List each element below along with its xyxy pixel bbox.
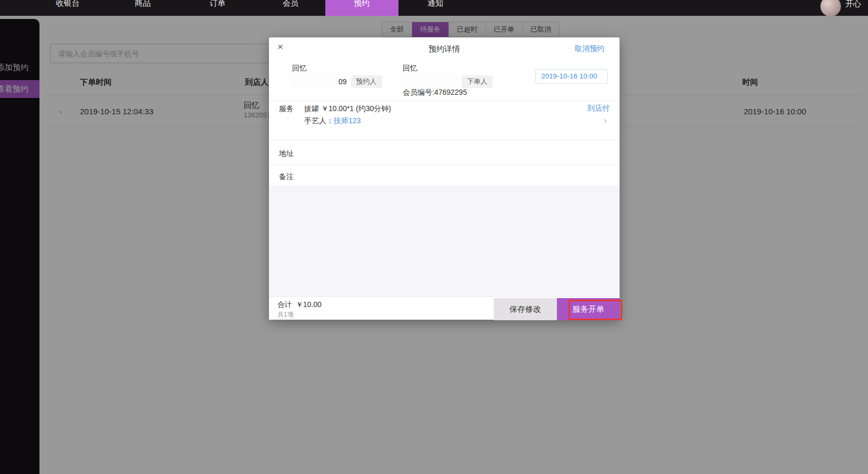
nav-item-cashier[interactable]: 收银台 <box>56 0 79 8</box>
booker-tag-badge: 预约人 <box>351 75 382 88</box>
redacted-phone <box>403 76 457 87</box>
nav-item-appointments[interactable]: 预约 <box>354 0 370 8</box>
member-number: 会员编号:47692295 <box>403 88 467 97</box>
orderer-name: 回忆 <box>403 64 417 73</box>
appointment-time-input[interactable]: 2019-10-16 10:00 <box>535 69 608 84</box>
divider <box>269 140 620 141</box>
total-amount: ￥10.00 <box>296 300 322 309</box>
item-count: 共1项 <box>277 310 294 319</box>
appointment-detail-modal: × 预约详情 取消预约 回忆 09 预约人 回忆 下单人 会员编号:476922… <box>269 37 620 320</box>
artisan-link[interactable]: 技师123 <box>334 116 361 125</box>
nav-item-notifications[interactable]: 通知 <box>427 0 443 8</box>
total-label: 合计 <box>277 301 292 309</box>
divider <box>269 165 620 165</box>
top-navbar: 收银台 商品 订单 会员 预约 通知 开心 <box>0 0 868 16</box>
nav-item-members[interactable]: 会员 <box>283 0 298 8</box>
modal-footer: 合计 ￥10.00 共1项 保存修改 服务开单 <box>269 297 620 320</box>
modal-title: 预约详情 <box>269 44 620 54</box>
pay-at-store-link[interactable]: 到店付 <box>587 104 610 113</box>
booker-phone-line: 09 预约人 <box>292 75 382 88</box>
service-label: 服务 <box>279 104 294 114</box>
nav-item-products[interactable]: 商品 <box>135 0 151 8</box>
address-label: 地址 <box>279 149 294 159</box>
service-chevron-icon[interactable]: › <box>604 115 607 126</box>
screen: 收银台 商品 订单 会员 预约 通知 开心 添加预约 查看预约 全部 待服务 已… <box>0 0 868 474</box>
cancel-appointment-link[interactable]: 取消预约 <box>575 44 604 54</box>
highlight-red-box <box>568 300 622 320</box>
save-changes-button[interactable]: 保存修改 <box>494 298 557 320</box>
service-artisan-line: 手艺人：技师123 <box>304 116 361 126</box>
total-line: 合计 ￥10.00 <box>277 300 322 310</box>
modal-empty-area <box>269 185 620 297</box>
booker-name: 回忆 <box>292 64 307 73</box>
divider <box>269 101 620 101</box>
user-name[interactable]: 开心 <box>845 0 861 9</box>
redacted-phone <box>292 76 338 87</box>
artisan-label: 手艺人： <box>304 116 334 125</box>
user-avatar[interactable] <box>820 0 841 16</box>
orderer-tag-badge: 下单人 <box>462 75 493 88</box>
service-item: 拔罐 ￥10.00*1 (约30分钟) <box>304 104 391 114</box>
nav-item-orders[interactable]: 订单 <box>209 0 225 8</box>
orderer-phone-line: 下单人 <box>403 75 493 88</box>
remark-label: 备注 <box>279 172 294 182</box>
booker-phone-suffix: 09 <box>338 77 347 86</box>
